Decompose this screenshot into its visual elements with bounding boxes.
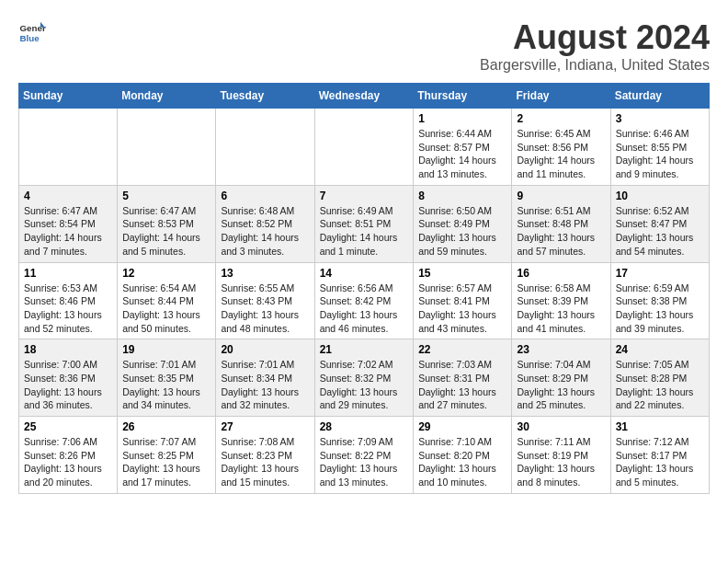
day-info: Sunrise: 6:44 AM Sunset: 8:57 PM Dayligh…: [418, 127, 506, 181]
page-title: August 2024: [480, 18, 710, 57]
calendar-cell: 26Sunrise: 7:07 AM Sunset: 8:25 PM Dayli…: [118, 417, 216, 494]
day-number: 14: [320, 267, 409, 280]
day-number: 25: [24, 420, 112, 433]
day-number: 11: [24, 267, 112, 280]
header-saturday: Saturday: [610, 84, 709, 109]
title-area: August 2024 Bargersville, Indiana, Unite…: [480, 18, 710, 74]
day-info: Sunrise: 6:51 AM Sunset: 8:48 PM Dayligh…: [517, 204, 605, 259]
calendar-cell: [118, 109, 216, 186]
day-info: Sunrise: 7:11 AM Sunset: 8:19 PM Dayligh…: [517, 435, 605, 489]
calendar-cell: 25Sunrise: 7:06 AM Sunset: 8:26 PM Dayli…: [19, 417, 118, 494]
day-number: 12: [122, 267, 210, 280]
page-subtitle: Bargersville, Indiana, United States: [480, 57, 710, 74]
day-info: Sunrise: 7:00 AM Sunset: 8:36 PM Dayligh…: [24, 358, 112, 412]
day-number: 1: [418, 112, 506, 125]
day-info: Sunrise: 6:47 AM Sunset: 8:53 PM Dayligh…: [122, 204, 210, 259]
calendar-header: SundayMondayTuesdayWednesdayThursdayFrid…: [19, 84, 710, 109]
calendar-cell: 31Sunrise: 7:12 AM Sunset: 8:17 PM Dayli…: [610, 417, 709, 494]
day-number: 22: [418, 343, 506, 356]
day-number: 21: [320, 343, 409, 356]
calendar-cell: 16Sunrise: 6:58 AM Sunset: 8:39 PM Dayli…: [512, 262, 610, 339]
day-info: Sunrise: 6:52 AM Sunset: 8:47 PM Dayligh…: [616, 204, 704, 259]
day-number: 9: [517, 190, 605, 202]
calendar-table: SundayMondayTuesdayWednesdayThursdayFrid…: [18, 83, 710, 494]
day-number: 19: [122, 343, 210, 356]
day-number: 17: [616, 267, 704, 280]
calendar-cell: 1Sunrise: 6:44 AM Sunset: 8:57 PM Daylig…: [414, 109, 512, 186]
header-wednesday: Wednesday: [314, 84, 414, 109]
svg-text:Blue: Blue: [20, 33, 40, 43]
calendar-cell: 27Sunrise: 7:08 AM Sunset: 8:23 PM Dayli…: [216, 417, 314, 494]
day-number: 31: [616, 420, 704, 433]
day-info: Sunrise: 6:56 AM Sunset: 8:42 PM Dayligh…: [320, 282, 409, 336]
header-thursday: Thursday: [414, 84, 512, 109]
header-sunday: Sunday: [19, 84, 118, 109]
day-info: Sunrise: 7:01 AM Sunset: 8:35 PM Dayligh…: [122, 358, 210, 412]
day-info: Sunrise: 7:07 AM Sunset: 8:25 PM Dayligh…: [122, 435, 210, 489]
day-number: 10: [616, 190, 704, 202]
day-info: Sunrise: 6:55 AM Sunset: 8:43 PM Dayligh…: [221, 282, 309, 336]
week-row-3: 11Sunrise: 6:53 AM Sunset: 8:46 PM Dayli…: [19, 262, 710, 339]
day-info: Sunrise: 7:05 AM Sunset: 8:28 PM Dayligh…: [616, 358, 704, 412]
header-row: SundayMondayTuesdayWednesdayThursdayFrid…: [19, 84, 710, 109]
day-number: 18: [24, 343, 112, 356]
day-info: Sunrise: 7:06 AM Sunset: 8:26 PM Dayligh…: [24, 435, 112, 489]
calendar-cell: 19Sunrise: 7:01 AM Sunset: 8:35 PM Dayli…: [118, 339, 216, 417]
day-info: Sunrise: 6:58 AM Sunset: 8:39 PM Dayligh…: [517, 282, 605, 336]
week-row-4: 18Sunrise: 7:00 AM Sunset: 8:36 PM Dayli…: [19, 339, 710, 417]
day-info: Sunrise: 6:57 AM Sunset: 8:41 PM Dayligh…: [418, 282, 506, 336]
calendar-cell: 30Sunrise: 7:11 AM Sunset: 8:19 PM Dayli…: [512, 417, 610, 494]
day-number: 13: [221, 267, 309, 280]
calendar-body: 1Sunrise: 6:44 AM Sunset: 8:57 PM Daylig…: [19, 109, 710, 494]
day-number: 26: [122, 420, 210, 433]
day-info: Sunrise: 7:08 AM Sunset: 8:23 PM Dayligh…: [221, 435, 309, 489]
calendar-cell: 22Sunrise: 7:03 AM Sunset: 8:31 PM Dayli…: [414, 339, 512, 417]
day-info: Sunrise: 7:02 AM Sunset: 8:32 PM Dayligh…: [320, 358, 409, 412]
day-number: 15: [418, 267, 506, 280]
header-friday: Friday: [512, 84, 610, 109]
calendar-cell: 28Sunrise: 7:09 AM Sunset: 8:22 PM Dayli…: [314, 417, 414, 494]
day-number: 20: [221, 343, 309, 356]
day-info: Sunrise: 6:46 AM Sunset: 8:55 PM Dayligh…: [616, 127, 704, 181]
day-info: Sunrise: 7:03 AM Sunset: 8:31 PM Dayligh…: [418, 358, 506, 412]
day-info: Sunrise: 6:45 AM Sunset: 8:56 PM Dayligh…: [517, 127, 605, 181]
day-number: 4: [24, 190, 112, 202]
calendar-cell: 21Sunrise: 7:02 AM Sunset: 8:32 PM Dayli…: [314, 339, 414, 417]
calendar-cell: 9Sunrise: 6:51 AM Sunset: 8:48 PM Daylig…: [512, 185, 610, 262]
calendar-cell: 11Sunrise: 6:53 AM Sunset: 8:46 PM Dayli…: [19, 262, 118, 339]
day-info: Sunrise: 7:09 AM Sunset: 8:22 PM Dayligh…: [320, 435, 409, 489]
day-number: 3: [616, 112, 704, 125]
day-number: 27: [221, 420, 309, 433]
day-number: 5: [122, 190, 210, 202]
day-number: 28: [320, 420, 409, 433]
day-info: Sunrise: 7:04 AM Sunset: 8:29 PM Dayligh…: [517, 358, 605, 412]
calendar-cell: 7Sunrise: 6:49 AM Sunset: 8:51 PM Daylig…: [314, 185, 414, 262]
day-info: Sunrise: 6:54 AM Sunset: 8:44 PM Dayligh…: [122, 282, 210, 336]
day-info: Sunrise: 6:59 AM Sunset: 8:38 PM Dayligh…: [616, 282, 704, 336]
day-number: 16: [517, 267, 605, 280]
day-info: Sunrise: 7:01 AM Sunset: 8:34 PM Dayligh…: [221, 358, 309, 412]
day-number: 30: [517, 420, 605, 433]
day-number: 8: [418, 190, 506, 202]
calendar-cell: 24Sunrise: 7:05 AM Sunset: 8:28 PM Dayli…: [610, 339, 709, 417]
calendar-cell: 2Sunrise: 6:45 AM Sunset: 8:56 PM Daylig…: [512, 109, 610, 186]
calendar-cell: 10Sunrise: 6:52 AM Sunset: 8:47 PM Dayli…: [610, 185, 709, 262]
header-monday: Monday: [118, 84, 216, 109]
header: General Blue August 2024 Bargersville, I…: [18, 18, 710, 74]
day-number: 29: [418, 420, 506, 433]
week-row-5: 25Sunrise: 7:06 AM Sunset: 8:26 PM Dayli…: [19, 417, 710, 494]
week-row-1: 1Sunrise: 6:44 AM Sunset: 8:57 PM Daylig…: [19, 109, 710, 186]
logo: General Blue: [18, 18, 46, 46]
day-info: Sunrise: 6:49 AM Sunset: 8:51 PM Dayligh…: [320, 204, 409, 259]
calendar-cell: 3Sunrise: 6:46 AM Sunset: 8:55 PM Daylig…: [610, 109, 709, 186]
calendar-cell: 29Sunrise: 7:10 AM Sunset: 8:20 PM Dayli…: [414, 417, 512, 494]
logo-icon: General Blue: [18, 18, 46, 46]
calendar-cell: 6Sunrise: 6:48 AM Sunset: 8:52 PM Daylig…: [216, 185, 314, 262]
calendar-cell: 4Sunrise: 6:47 AM Sunset: 8:54 PM Daylig…: [19, 185, 118, 262]
day-number: 2: [517, 112, 605, 125]
calendar-cell: [19, 109, 118, 186]
day-number: 6: [221, 190, 309, 202]
calendar-cell: 18Sunrise: 7:00 AM Sunset: 8:36 PM Dayli…: [19, 339, 118, 417]
calendar-cell: [314, 109, 414, 186]
calendar-cell: 14Sunrise: 6:56 AM Sunset: 8:42 PM Dayli…: [314, 262, 414, 339]
